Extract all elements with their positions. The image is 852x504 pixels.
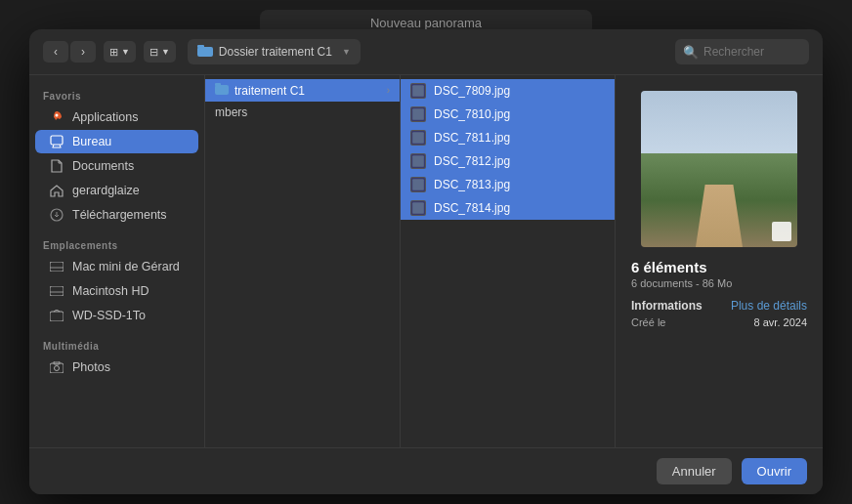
- column-item-mbers-label: mbers: [215, 105, 247, 119]
- favorites-label: Favoris: [29, 85, 204, 105]
- file-item-1[interactable]: DSC_7810.jpg: [401, 103, 615, 126]
- svg-rect-29: [412, 202, 424, 214]
- sidebar-item-telechargements-label: Téléchargements: [72, 208, 167, 222]
- file-name-1: DSC_7810.jpg: [434, 107, 510, 121]
- home-icon: [49, 183, 64, 198]
- column-item-label: traitement C1: [234, 84, 305, 98]
- preview-info-row: Informations Plus de détails: [631, 299, 807, 313]
- columns-chevron: ▼: [121, 47, 130, 57]
- file-thumb-icon-5: [410, 200, 426, 216]
- preview-created-date: 8 avr. 2024: [754, 316, 807, 328]
- multimedia-label: Multimédia: [29, 335, 204, 355]
- sidebar-item-telechargements[interactable]: Téléchargements: [35, 203, 198, 227]
- file-name-3: DSC_7812.jpg: [434, 154, 510, 168]
- svg-rect-1: [197, 45, 204, 48]
- view-grid-button[interactable]: ⊟ ▼: [144, 41, 176, 63]
- file-item-3[interactable]: DSC_7812.jpg: [401, 149, 615, 173]
- folder-chevron: ▼: [342, 47, 351, 57]
- columns-icon: ⊞: [109, 46, 118, 59]
- sidebar-item-gerardglaize-label: gerardglaize: [72, 184, 140, 197]
- photo-sky: [641, 91, 797, 161]
- sidebar-item-bureau[interactable]: Bureau: [35, 130, 198, 153]
- svg-rect-17: [215, 83, 221, 86]
- svg-point-14: [55, 366, 60, 371]
- file-item-4[interactable]: DSC_7813.jpg: [401, 173, 615, 196]
- preview-info: 6 éléments 6 documents - 86 Mo Informati…: [631, 259, 807, 332]
- svg-rect-16: [215, 85, 229, 95]
- file-browser: traitement C1 › mbers DSC_7809.jpg: [205, 75, 823, 447]
- sidebar-item-documents[interactable]: Documents: [35, 154, 198, 178]
- rocket-icon: [49, 109, 64, 125]
- column-chevron: ›: [387, 85, 390, 96]
- search-input[interactable]: [703, 45, 801, 59]
- nav-buttons: ‹ ›: [43, 41, 96, 63]
- sidebar-item-applications-label: Applications: [72, 110, 138, 124]
- open-button[interactable]: Ouvrir: [742, 458, 807, 484]
- file-thumb-icon: [410, 83, 426, 99]
- bottom-bar: Annuler Ouvrir: [29, 447, 823, 494]
- column-pane: traitement C1 › mbers: [205, 75, 401, 447]
- svg-rect-19: [412, 85, 424, 97]
- sidebar-item-photos-label: Photos: [72, 360, 110, 374]
- svg-rect-21: [412, 108, 424, 120]
- column-item-mbers[interactable]: mbers: [205, 102, 400, 123]
- svg-rect-25: [412, 155, 424, 167]
- svg-point-2: [56, 114, 59, 117]
- file-thumb-icon-2: [410, 130, 426, 146]
- file-item-5[interactable]: DSC_7814.jpg: [401, 196, 615, 220]
- back-button[interactable]: ‹: [43, 41, 68, 63]
- back-icon: ‹: [54, 45, 58, 59]
- preview-corner-fold: [772, 222, 791, 241]
- file-thumb-icon-1: [410, 106, 426, 122]
- download-icon: [49, 207, 64, 223]
- sidebar-item-photos[interactable]: Photos: [35, 356, 198, 379]
- search-icon: 🔍: [683, 45, 699, 60]
- folder-small-icon: [215, 83, 229, 98]
- cancel-button[interactable]: Annuler: [657, 458, 732, 484]
- title-bar-label: Nouveau panorama: [370, 16, 482, 30]
- svg-rect-3: [51, 136, 63, 145]
- toolbar: ‹ › ⊞ ▼ ⊟ ▼ Dossier traitement C1 ▼: [29, 29, 823, 75]
- svg-rect-23: [412, 132, 424, 144]
- file-open-dialog: ‹ › ⊞ ▼ ⊟ ▼ Dossier traitement C1 ▼: [29, 29, 823, 494]
- search-box[interactable]: 🔍: [675, 39, 809, 64]
- drive-eject-icon: [49, 308, 64, 323]
- svg-rect-27: [412, 179, 424, 190]
- folder-selector[interactable]: Dossier traitement C1 ▼: [188, 39, 361, 64]
- column-item-traitement[interactable]: traitement C1 ›: [205, 79, 400, 102]
- file-item-2[interactable]: DSC_7811.jpg: [401, 126, 615, 149]
- doc-icon: [49, 158, 64, 174]
- sidebar-item-gerardglaize[interactable]: gerardglaize: [35, 179, 198, 202]
- view-columns-button[interactable]: ⊞ ▼: [104, 41, 136, 63]
- sidebar-item-wd-ssd[interactable]: WD-SSD-1To: [35, 304, 198, 327]
- file-item-0[interactable]: DSC_7809.jpg: [401, 79, 615, 103]
- sidebar: Favoris Applications: [29, 75, 205, 447]
- locations-label: Emplacements: [29, 234, 204, 254]
- sidebar-item-applications[interactable]: Applications: [35, 105, 198, 129]
- sidebar-item-documents-label: Documents: [72, 159, 134, 173]
- file-list-pane: DSC_7809.jpg DSC_7810.jpg: [401, 75, 616, 447]
- preview-details-link[interactable]: Plus de détails: [731, 299, 807, 313]
- preview-pane: 6 éléments 6 documents - 86 Mo Informati…: [616, 75, 823, 447]
- grid-icon: ⊟: [149, 46, 158, 59]
- svg-rect-12: [50, 312, 64, 321]
- sidebar-item-mac-mini[interactable]: Mac mini de Gérard: [35, 255, 198, 278]
- sidebar-item-macintosh-hd[interactable]: Macintosh HD: [35, 279, 198, 303]
- sidebar-item-mac-mini-label: Mac mini de Gérard: [72, 260, 180, 273]
- preview-subtitle: 6 documents - 86 Mo: [631, 277, 807, 289]
- preview-created-label: Créé le: [631, 316, 665, 328]
- drive-icon: [49, 259, 64, 274]
- sidebar-item-bureau-label: Bureau: [72, 135, 111, 148]
- desktop-icon: [49, 134, 64, 149]
- preview-image: [641, 91, 797, 247]
- svg-rect-10: [50, 286, 64, 296]
- preview-info-label: Informations: [631, 299, 703, 313]
- file-name-5: DSC_7814.jpg: [434, 201, 510, 215]
- camera-icon: [49, 359, 64, 375]
- content-area: Favoris Applications: [29, 75, 823, 447]
- forward-icon: ›: [81, 45, 85, 59]
- grid-chevron: ▼: [161, 47, 170, 57]
- sidebar-item-wd-ssd-label: WD-SSD-1To: [72, 309, 146, 322]
- folder-name: Dossier traitement C1: [219, 45, 332, 59]
- forward-button[interactable]: ›: [70, 41, 96, 63]
